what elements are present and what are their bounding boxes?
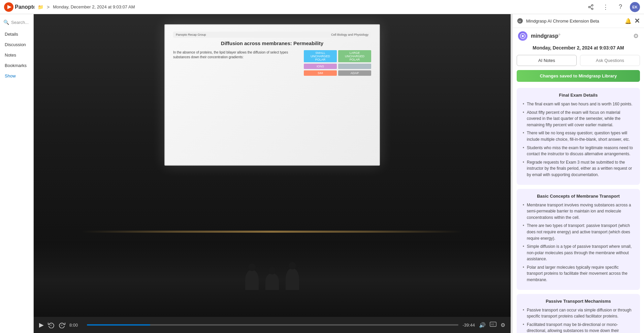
breadcrumb-separator: > xyxy=(47,4,50,10)
note-bullet-item: Simple diffusion is a type of passive tr… xyxy=(522,243,635,262)
note-card-title-membrane-transport: Basic Concepts of Membrane Transport xyxy=(522,194,635,199)
note-bullet-item: Facilitated transport may be bi-directio… xyxy=(522,322,635,333)
mindgrasp-brand: mindgrasp° xyxy=(531,33,560,39)
mindgrasp-date: Monday, December 2, 2024 at 9:03:07 AM xyxy=(533,45,624,51)
search-input[interactable]: Search... xyxy=(11,20,30,25)
note-card-title-passive-transport: Passive Transport Mechanisms xyxy=(522,299,635,304)
svg-text:M: M xyxy=(519,20,521,23)
note-bullet-item: The final exam will span two hours and i… xyxy=(522,101,635,107)
sidebar-item-discussion[interactable]: Discussion xyxy=(0,39,33,50)
person-1 xyxy=(245,270,259,290)
mindgrasp-header-left: M Mindgrasp AI Chrome Extension Beta xyxy=(517,18,599,24)
time-remaining: -39:44 xyxy=(462,323,475,328)
slide-cell-sim: SIM xyxy=(304,70,337,76)
panopto-logo-icon: Panopto xyxy=(4,2,34,12)
help-button[interactable]: ? xyxy=(615,2,626,12)
share-button[interactable] xyxy=(585,2,596,12)
more-options-button[interactable]: ⋮ xyxy=(600,2,611,12)
svg-text:CC: CC xyxy=(491,323,494,326)
note-bullet-item: About fifty percent of the exam will foc… xyxy=(522,109,635,128)
breadcrumb-title: Monday, December 2, 2024 at 9:03:07 AM xyxy=(53,4,135,9)
top-bar: Panopto 📁 > Monday, December 2, 2024 at … xyxy=(0,0,644,14)
video-container[interactable]: Panopto Recap Group Cell Biology and Phy… xyxy=(34,14,511,317)
slide-cell-empty xyxy=(338,64,371,69)
close-panel-button[interactable]: ✕ xyxy=(634,17,640,25)
cc-button[interactable]: CC xyxy=(490,322,496,328)
video-settings-button[interactable]: ⚙ xyxy=(501,322,505,328)
video-placeholder: Panopto Recap Group Cell Biology and Phy… xyxy=(34,14,511,317)
video-controls: ▶ 10 30 8:00 -39:44 🔊 CC ⚙ xyxy=(34,317,511,333)
sidebar-item-show[interactable]: Show xyxy=(0,71,33,81)
mindgrasp-header-right: 🔔 ✕ xyxy=(625,17,640,25)
mindgrasp-save-bar: Changes saved to Mindgrasp Library xyxy=(513,69,644,85)
search-icon: 🔍 xyxy=(3,20,9,25)
note-bullet-item: There are two types of transport: passiv… xyxy=(522,223,635,241)
note-bullet-item: Passive transport can occur via simple d… xyxy=(522,307,635,320)
svg-point-4 xyxy=(588,6,590,8)
sidebar-nav: Details Discussion Notes Bookmarks Show xyxy=(0,29,33,81)
svg-text:30: 30 xyxy=(61,324,63,326)
mindgrasp-brand-suffix: ° xyxy=(558,33,560,39)
note-bullet-item: Polar and larger molecules typically req… xyxy=(522,264,635,283)
progress-fill xyxy=(87,324,150,326)
folder-icon: 📁 xyxy=(38,4,43,10)
avatar[interactable]: EK xyxy=(630,2,640,12)
slide-title: Diffusion across membranes: Permeability xyxy=(173,40,371,46)
slide-cell-ions: IONS xyxy=(304,64,337,69)
slide-bullet: In the absence of proteins, the lipid bi… xyxy=(173,50,298,60)
rewind-button[interactable]: 10 xyxy=(48,322,55,328)
note-card-title-final-exam: Final Exam Details xyxy=(522,93,635,98)
note-bullet-item: There will be no long essay question; qu… xyxy=(522,130,635,142)
logo[interactable]: Panopto xyxy=(4,2,34,12)
note-bullets-final-exam: The final exam will span two hours and i… xyxy=(522,101,635,178)
svg-text:Panopto: Panopto xyxy=(15,4,34,10)
left-sidebar: 🔍 Search... Details Discussion Notes Boo… xyxy=(0,14,34,333)
slide-cell-adap: ADAP xyxy=(338,70,371,76)
slide-table: SMALLUNCHARGEDPOLAR LARGEUNCHARGEDPOLAR … xyxy=(304,50,371,76)
svg-point-5 xyxy=(591,8,593,10)
play-button[interactable]: ▶ xyxy=(39,321,44,329)
slide-cell-large-uncharged: LARGEUNCHARGEDPOLAR xyxy=(338,50,371,62)
mindgrasp-header: M Mindgrasp AI Chrome Extension Beta 🔔 ✕ xyxy=(513,14,644,28)
chrome-extension-icon: M xyxy=(517,18,523,24)
main-layout: 🔍 Search... Details Discussion Notes Boo… xyxy=(0,14,644,333)
sidebar-item-details[interactable]: Details xyxy=(0,29,33,39)
mindgrasp-settings-button[interactable]: ⚙ xyxy=(633,32,639,40)
note-bullets-passive-transport: Passive transport can occur via simple d… xyxy=(522,307,635,333)
save-to-library-button[interactable]: Changes saved to Mindgrasp Library xyxy=(517,70,640,82)
sidebar-item-notes[interactable]: Notes xyxy=(0,50,33,60)
slide-left: In the absence of proteins, the lipid bi… xyxy=(173,50,298,158)
person-2 xyxy=(265,273,279,290)
notification-button[interactable]: 🔔 xyxy=(625,18,632,24)
extension-title: Mindgrasp AI Chrome Extension Beta xyxy=(526,19,599,24)
note-card-passive-transport: Passive Transport Mechanisms Passive tra… xyxy=(517,294,640,333)
progress-bar[interactable] xyxy=(87,324,458,326)
slide-cell-small-uncharged: SMALLUNCHARGEDPOLAR xyxy=(304,50,337,62)
volume-button[interactable]: 🔊 xyxy=(479,322,486,328)
search-row[interactable]: 🔍 Search... xyxy=(0,18,33,27)
note-card-final-exam: Final Exam Details The final exam will s… xyxy=(517,88,640,185)
slide-right: SMALLUNCHARGEDPOLAR LARGEUNCHARGEDPOLAR … xyxy=(304,50,371,158)
light-strip xyxy=(82,231,463,233)
current-time: 8:00 xyxy=(69,323,83,328)
slide-inner: Panopto Recap Group Cell Biology and Phy… xyxy=(165,25,379,165)
svg-point-15 xyxy=(522,35,524,37)
forward-button[interactable]: 30 xyxy=(59,322,65,328)
svg-line-6 xyxy=(590,7,591,8)
mindgrasp-logo-icon xyxy=(518,31,527,41)
note-bullet-item: Membrane transport involves moving subst… xyxy=(522,202,635,221)
mindgrasp-notes-content[interactable]: Final Exam Details The final exam will s… xyxy=(513,85,644,333)
video-area: Panopto Recap Group Cell Biology and Phy… xyxy=(34,14,511,333)
sidebar-item-bookmarks[interactable]: Bookmarks xyxy=(0,60,33,71)
note-bullets-membrane-transport: Membrane transport involves moving subst… xyxy=(522,202,635,283)
svg-line-7 xyxy=(590,5,591,6)
note-card-membrane-transport: Basic Concepts of Membrane Transport Mem… xyxy=(517,189,640,290)
person-3 xyxy=(286,268,299,290)
tab-ai-notes[interactable]: AI Notes xyxy=(517,55,577,66)
mindgrasp-sub-header: mindgrasp° ⚙ xyxy=(513,28,644,41)
tab-ask-questions[interactable]: Ask Questions xyxy=(580,55,640,66)
note-bullet-item: Regrade requests for Exam 3 must be subm… xyxy=(522,159,635,178)
svg-text:10: 10 xyxy=(50,324,52,326)
top-bar-actions: ⋮ ? EK xyxy=(585,2,640,12)
projector-screen: Panopto Recap Group Cell Biology and Phy… xyxy=(164,24,380,166)
